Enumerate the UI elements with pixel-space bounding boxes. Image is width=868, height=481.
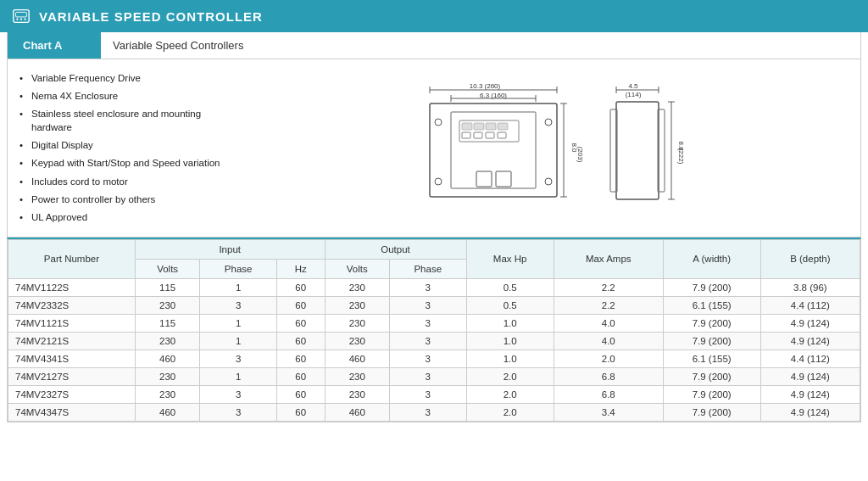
- table-cell: 60: [276, 403, 325, 421]
- svg-point-16: [435, 178, 442, 185]
- table-cell: 230: [325, 367, 389, 385]
- th-input-phase: Phase: [200, 259, 276, 278]
- table-section: Part Number Input Output Max Hp Max Amps…: [7, 238, 861, 422]
- table-cell: 60: [276, 314, 325, 332]
- table-cell: 60: [276, 350, 325, 367]
- svg-rect-21: [474, 123, 484, 130]
- svg-rect-23: [498, 123, 508, 130]
- svg-point-2: [16, 19, 18, 20]
- table-cell: 74MV4341S: [8, 350, 136, 367]
- table-cell: 74MV4347S: [8, 403, 136, 421]
- table-cell: 60: [276, 278, 325, 296]
- table-cell: 6.8: [554, 367, 663, 385]
- table-cell: 4.4 (112): [760, 350, 860, 367]
- table-cell: 60: [276, 367, 325, 385]
- feature-item: Digital Display: [19, 138, 240, 152]
- th-part-number: Part Number: [8, 239, 136, 278]
- table-cell: 74MV2121S: [8, 332, 136, 350]
- table-cell: 230: [325, 314, 389, 332]
- svg-rect-26: [486, 132, 494, 138]
- table-row: 74MV2127S23016023032.06.87.9 (200)4.9 (1…: [8, 367, 860, 385]
- svg-text:4.5: 4.5: [628, 82, 638, 90]
- table-cell: 2.0: [554, 350, 663, 367]
- feature-item: Keypad with Start/Stop and Speed variati…: [19, 156, 240, 170]
- th-output: Output: [325, 239, 466, 259]
- th-b-depth: B (depth): [760, 239, 860, 278]
- table-cell: 230: [135, 367, 199, 385]
- table-cell: 1.0: [466, 314, 554, 332]
- feature-item: Nema 4X Enclosure: [19, 89, 240, 103]
- table-row: 74MV4347S46036046032.03.47.9 (200)4.9 (1…: [8, 403, 860, 421]
- table-row: 74MV1122S11516023030.52.27.9 (200)3.8 (9…: [8, 278, 860, 296]
- table-row: 74MV2327S23036023032.06.87.9 (200)4.9 (1…: [8, 385, 860, 403]
- svg-rect-29: [496, 171, 511, 187]
- th-input-volts: Volts: [135, 259, 199, 278]
- table-cell: 1.0: [466, 350, 554, 367]
- th-input-hz: Hz: [276, 259, 325, 278]
- table-cell: 7.9 (200): [663, 403, 760, 421]
- th-output-phase: Phase: [390, 259, 466, 278]
- table-cell: 7.9 (200): [663, 332, 760, 350]
- table-cell: 1: [200, 332, 276, 350]
- table-cell: 2.2: [554, 296, 663, 314]
- table-cell: 1: [200, 367, 276, 385]
- table-cell: 3: [390, 403, 466, 421]
- chart-title: Variable Speed Controllers: [101, 32, 255, 59]
- table-cell: 60: [276, 296, 325, 314]
- table-cell: 2.0: [466, 385, 554, 403]
- table-cell: 74MV1122S: [8, 278, 136, 296]
- table-cell: 230: [135, 296, 199, 314]
- svg-rect-22: [486, 123, 496, 130]
- table-cell: 74MV2332S: [8, 296, 136, 314]
- svg-point-3: [20, 19, 22, 20]
- table-cell: 230: [325, 385, 389, 403]
- svg-rect-28: [476, 171, 492, 187]
- table-cell: 3: [390, 296, 466, 314]
- table-cell: 2.0: [466, 367, 554, 385]
- table-row: 74MV2121S23016023031.04.07.9 (200)4.9 (1…: [8, 332, 860, 350]
- svg-rect-20: [462, 123, 472, 130]
- th-max-hp: Max Hp: [466, 239, 554, 278]
- feature-item: Stainless steel enclosure and mounting h…: [19, 107, 240, 134]
- table-cell: 460: [135, 403, 199, 421]
- svg-rect-13: [430, 103, 557, 197]
- svg-point-15: [545, 119, 552, 126]
- th-input: Input: [135, 239, 325, 259]
- table-row: 74MV2332S23036023030.52.26.1 (155)4.4 (1…: [8, 296, 860, 314]
- table-cell: 4.9 (124): [760, 314, 860, 332]
- table-cell: 3: [390, 385, 466, 403]
- table-cell: 3.8 (96): [760, 278, 860, 296]
- table-cell: 460: [325, 350, 389, 367]
- chart-label: Chart A: [8, 32, 101, 59]
- table-cell: 60: [276, 385, 325, 403]
- table-cell: 6.1 (155): [663, 296, 760, 314]
- svg-rect-1: [16, 12, 27, 17]
- table-cell: 3: [390, 314, 466, 332]
- page-title: VARIABLE SPEED CONTROLLER: [39, 9, 263, 24]
- page-header: VARIABLE SPEED CONTROLLER: [0, 0, 868, 32]
- th-output-volts: Volts: [325, 259, 389, 278]
- table-cell: 3: [390, 350, 466, 367]
- svg-text:(203): (203): [576, 147, 582, 163]
- table-cell: 7.9 (200): [663, 367, 760, 385]
- svg-rect-27: [498, 132, 506, 138]
- table-cell: 460: [325, 403, 389, 421]
- diagram-area: 10.3 (260) 6.3 (160): [248, 68, 849, 228]
- table-cell: 230: [325, 296, 389, 314]
- svg-text:(222): (222): [677, 148, 684, 165]
- svg-text:10.3 (260): 10.3 (260): [470, 82, 501, 90]
- table-cell: 3: [200, 403, 276, 421]
- table-cell: 3: [390, 278, 466, 296]
- table-cell: 6.8: [554, 385, 663, 403]
- table-cell: 3: [390, 367, 466, 385]
- table-cell: 3: [390, 332, 466, 350]
- page-wrapper: VARIABLE SPEED CONTROLLER Chart A Variab…: [0, 0, 868, 422]
- table-cell: 7.9 (200): [663, 314, 760, 332]
- table-cell: 4.0: [554, 332, 663, 350]
- table-cell: 4.9 (124): [760, 403, 860, 421]
- svg-point-14: [435, 119, 442, 126]
- feature-item: Includes cord to motor: [19, 175, 240, 188]
- table-cell: 1.0: [466, 332, 554, 350]
- table-cell: 74MV2127S: [8, 367, 136, 385]
- svg-text:(114): (114): [626, 91, 642, 98]
